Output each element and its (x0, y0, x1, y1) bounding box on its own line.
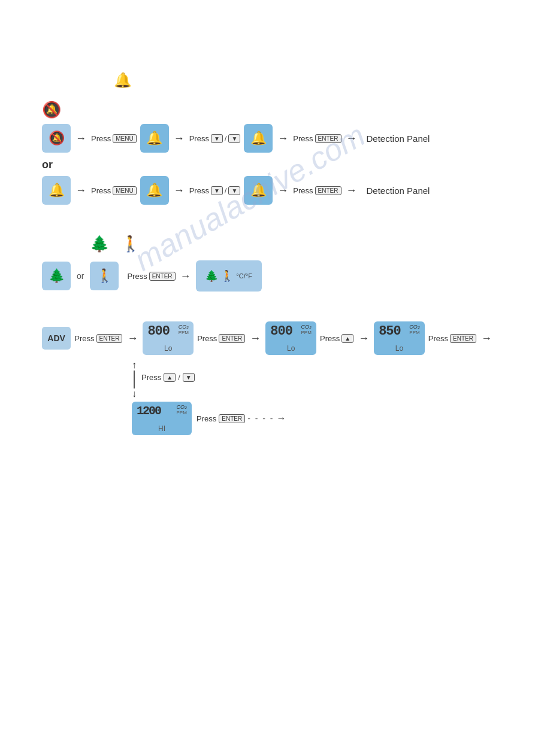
adv-main-flow: ADV Press ENTER → 800 CO₂ PPM Lo (42, 321, 493, 355)
adv-press-label-1: Press (74, 334, 94, 343)
press-enter-group-2: Press ENTER (293, 186, 341, 195)
co2-number-bottom: 1200 (137, 404, 161, 418)
up-arrow-vertical: ↑ (132, 360, 137, 371)
arrow-3: → (277, 132, 288, 145)
press-label-5: Press (189, 186, 209, 195)
arrow-8: → (346, 184, 357, 197)
person-icon-header: 🚶 (121, 235, 140, 253)
press-enter-group-1: Press ENTER (293, 134, 341, 143)
lo-label-3: Lo (379, 344, 420, 353)
arrow-7: → (277, 184, 288, 197)
dashed-arrow: - - - - (247, 414, 274, 423)
down-key-2[interactable]: ▼ (228, 134, 240, 143)
press-label-6: Press (293, 186, 313, 195)
adv-up-key[interactable]: ▲ (341, 334, 353, 343)
menu-key-1[interactable]: MENU (113, 134, 136, 143)
tree-icon-header: 🌲 (90, 235, 109, 253)
co2-label-3: CO₂ (409, 324, 420, 330)
device-box-active-row2-2: 🔔 (140, 176, 169, 205)
press-label-tree: Press (127, 272, 147, 281)
adv-press-label-4: Press (428, 334, 448, 343)
adv-press-enter-1: Press ENTER (74, 334, 122, 343)
enter-key-2[interactable]: ENTER (315, 186, 341, 195)
adv-press-enter-4: Press ENTER (428, 334, 476, 343)
device-box-active-row2-3: 🔔 (244, 176, 273, 205)
arrow-5: → (75, 184, 86, 197)
person-device-box: 🚶 (90, 262, 119, 290)
adv-arrow-4: → (481, 332, 492, 345)
down-key-1[interactable]: ▼ (211, 134, 223, 143)
press-enter-tree: Press ENTER (127, 272, 175, 281)
bottom-press-label: Press (197, 414, 216, 423)
tree-person-flow: 🌲 or 🚶 Press ENTER → 🌲 🚶 °C/°F (42, 260, 493, 292)
slash-2: / (225, 186, 227, 195)
bell-active-icon-header: 🔔 (114, 72, 132, 89)
co2-number-2: 800 (270, 324, 292, 339)
adv-enter-key-1[interactable]: ENTER (96, 334, 123, 343)
temp-unit-display: °C/°F (236, 272, 252, 280)
co2-label-2: CO₂ (301, 324, 312, 330)
tree-person-display: 🌲 🚶 °C/°F (196, 260, 262, 292)
ppm-label-bottom: PPM (177, 410, 187, 415)
ppm-label-1: PPM (179, 330, 189, 335)
adv-press-label-vertical: Press (141, 373, 161, 382)
adv-down-key-v[interactable]: ▼ (183, 373, 195, 382)
co2-label-1: CO₂ (179, 324, 189, 330)
press-down-group-2: Press ▼ / ▼ (189, 186, 241, 195)
person-display-icon: 🚶 (220, 269, 234, 283)
slash-v: / (178, 373, 180, 382)
co2-display-1: 800 CO₂ PPM Lo (143, 321, 194, 355)
or-inline: or (77, 271, 84, 281)
adv-box: ADV (42, 327, 71, 350)
press-label-3: Press (293, 134, 313, 143)
down-arrow-vertical: ↓ (132, 388, 137, 399)
vert-line (134, 371, 135, 388)
enter-key-1[interactable]: ENTER (315, 134, 341, 143)
adv-press-enter-2: Press ENTER (197, 334, 245, 343)
down-key-3[interactable]: ▼ (211, 186, 223, 195)
arrow-1: → (75, 132, 86, 145)
arrow-6: → (174, 184, 185, 197)
co2-number-3: 850 (379, 324, 401, 339)
co2-label-bottom: CO₂ (177, 404, 188, 410)
adv-press-label-3: Press (320, 334, 340, 343)
adv-enter-key-2[interactable]: ENTER (219, 334, 245, 343)
adv-up-key-v[interactable]: ▲ (164, 373, 176, 382)
press-down-group-1: Press ▼ / ▼ (189, 134, 241, 143)
adv-enter-key-4[interactable]: ENTER (450, 334, 476, 343)
co2-display-3: 850 CO₂ PPM Lo (374, 321, 425, 355)
slash-1: / (225, 134, 227, 143)
tree-device-box: 🌲 (42, 262, 71, 290)
bell-muted-icon: 🔕 (42, 101, 61, 119)
press-menu-group-1: Press MENU (91, 134, 137, 143)
press-label-2: Press (189, 134, 209, 143)
arrow-tree: → (180, 270, 191, 283)
bottom-enter-key[interactable]: ENTER (219, 414, 245, 423)
adv-arrow-2: → (250, 332, 261, 345)
ppm-label-3: PPM (409, 330, 419, 335)
right-arrow-bottom: → (276, 413, 286, 424)
adv-press-up: Press ▲ (320, 334, 353, 343)
tree-display-icon: 🌲 (205, 269, 218, 283)
device-box-active-row2-1: 🔔 (42, 176, 71, 205)
co2-number-1: 800 (147, 324, 170, 339)
hi-label-bottom: HI (137, 424, 187, 433)
adv-arrow-3: → (358, 332, 369, 345)
menu-key-2[interactable]: MENU (113, 186, 136, 195)
lo-label-2: Lo (270, 344, 312, 353)
press-menu-group-2: Press MENU (91, 186, 137, 195)
lo-label-1: Lo (147, 344, 189, 353)
press-label-4: Press (91, 186, 111, 195)
or-label: or (42, 159, 493, 171)
down-key-4[interactable]: ▼ (228, 186, 240, 195)
arrow-4: → (346, 132, 357, 145)
ppm-label-2: PPM (301, 330, 312, 335)
device-box-active-2: 🔔 (244, 124, 273, 153)
arrow-2: → (174, 132, 185, 145)
co2-display-2: 800 CO₂ PPM Lo (265, 321, 316, 355)
enter-key-tree[interactable]: ENTER (149, 272, 176, 281)
alarm-flow-row-1: 🔕 → Press MENU 🔔 → Press ▼ / ▼ 🔔 → Press… (42, 124, 493, 153)
device-box-active-1: 🔔 (140, 124, 169, 153)
detection-panel-label-1: Detection Panel (367, 133, 430, 144)
device-box-muted-1: 🔕 (42, 124, 71, 153)
